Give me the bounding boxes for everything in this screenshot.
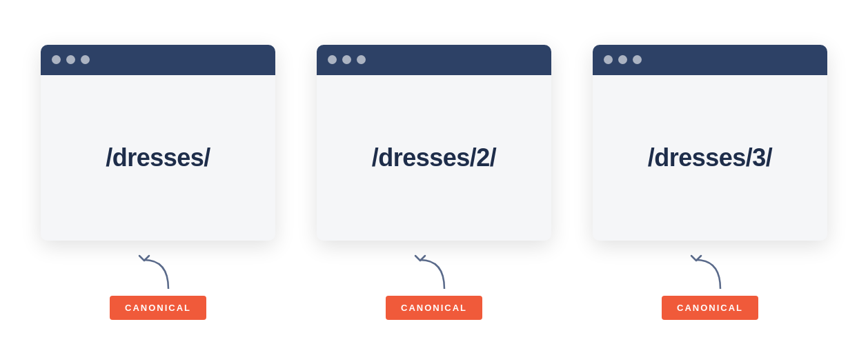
canonical-badge-2: CANONICAL [386,296,482,320]
browser-dot-7 [604,55,613,64]
main-container: /dresses/ CANONICAL /dresses/2/ [0,17,868,347]
arrow-icon-2 [403,246,465,294]
browser-body-3: /dresses/3/ [593,75,827,241]
browser-dot-4 [328,55,337,64]
browser-body-1: /dresses/ [41,75,275,241]
arrow-area-3: CANONICAL [662,246,758,320]
browser-dot-2 [66,55,75,64]
browser-card-2: /dresses/2/ [317,45,551,241]
browser-body-2: /dresses/2/ [317,75,551,241]
browser-card-3: /dresses/3/ [593,45,827,241]
browser-dot-6 [357,55,366,64]
browser-dot-8 [618,55,627,64]
url-text-1: /dresses/ [106,143,210,172]
canonical-badge-3: CANONICAL [662,296,758,320]
browser-dot-9 [633,55,642,64]
card-wrapper-2: /dresses/2/ CANONICAL [317,45,551,320]
browser-dot-3 [81,55,90,64]
url-text-2: /dresses/2/ [372,143,497,172]
browser-titlebar-2 [317,45,551,75]
browser-dot-1 [52,55,61,64]
browser-dot-5 [342,55,351,64]
browser-titlebar-1 [41,45,275,75]
card-wrapper-1: /dresses/ CANONICAL [41,45,275,320]
browser-card-1: /dresses/ [41,45,275,241]
arrow-icon-1 [127,246,189,294]
arrow-icon-3 [679,246,741,294]
arrow-area-1: CANONICAL [110,246,206,320]
url-text-3: /dresses/3/ [648,143,773,172]
browser-titlebar-3 [593,45,827,75]
card-wrapper-3: /dresses/3/ CANONICAL [593,45,827,320]
arrow-area-2: CANONICAL [386,246,482,320]
canonical-badge-1: CANONICAL [110,296,206,320]
